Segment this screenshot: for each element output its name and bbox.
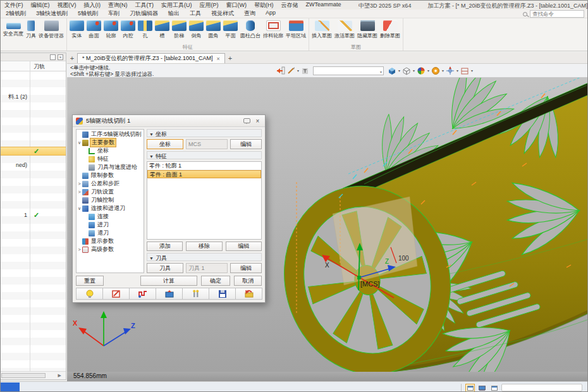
list-item-selected[interactable]: ✓ (1, 147, 66, 156)
dialog-tree-item[interactable]: > 公差和步距 (77, 180, 144, 188)
add-tab-button[interactable]: + (225, 54, 235, 63)
tree-caret-icon[interactable]: ∨ (77, 206, 82, 211)
ribbon-item[interactable]: 实体 (68, 20, 85, 40)
dialog-close-button[interactable]: × (254, 118, 262, 125)
scrollbar-thumb[interactable] (1, 373, 46, 378)
menu-item[interactable]: 帮助(H) (250, 1, 278, 9)
reset-button[interactable]: 重置 (76, 276, 104, 286)
ribbon-item[interactable]: 平坦区域 (285, 20, 307, 40)
dialog-tree-item[interactable]: 进刀 (77, 221, 144, 229)
ribbon-item[interactable]: 设备管理器 (37, 20, 65, 40)
edit-sketch-button[interactable] (102, 288, 130, 300)
document-tab-active[interactable]: * M_20iB变位机的管理程序.Z3 - [table2.1001_CAM] … (77, 53, 225, 63)
panel-toggle-button[interactable] (465, 384, 475, 392)
dialog-tree-item[interactable]: ∨ 主要参数 (77, 138, 144, 147)
dialog-tree-item[interactable]: 连接 (77, 212, 144, 221)
ribbon-item[interactable]: 隐藏草图 (356, 20, 379, 40)
coordinate-section-header[interactable]: ▼坐标 (147, 129, 262, 137)
tool-edit-button[interactable]: 编辑 (230, 263, 262, 273)
dialog-tree-item[interactable]: ∨ 连接和进退刀 (77, 204, 144, 212)
ribbon-tab[interactable]: 工具 (185, 9, 206, 18)
tree-caret-icon[interactable]: > (77, 190, 82, 194)
dialog-tree-item[interactable]: 刀轴控制 (77, 196, 144, 204)
panel-restore-icon[interactable] (50, 54, 56, 60)
solid-verify-button[interactable] (156, 288, 183, 300)
command-search-input[interactable] (530, 10, 584, 18)
tree-caret-icon[interactable]: ∨ (77, 140, 82, 145)
tree-caret-icon[interactable]: > (77, 181, 82, 186)
ribbon-item[interactable]: 圆柱凸台 (239, 20, 262, 40)
ribbon-item[interactable]: 排料轮廓 (262, 20, 285, 40)
probe-button[interactable] (182, 288, 209, 300)
ribbon-item[interactable]: 阶梯 (171, 20, 188, 40)
ribbon-tab[interactable]: 2轴铣削 (1, 9, 31, 18)
list-item[interactable]: 料.1 (2) (1, 92, 66, 101)
menu-item[interactable]: 实用工具(U) (157, 1, 196, 9)
dialog-tree-item[interactable]: 限制参数 (77, 171, 144, 180)
toolpath-button[interactable] (129, 288, 156, 300)
ribbon-tab[interactable]: 视觉样式 (206, 9, 239, 18)
new-tab-button[interactable]: + (67, 54, 77, 63)
dropdown-icon[interactable]: ▾ (427, 68, 429, 73)
menu-item[interactable]: 应用(P) (196, 1, 223, 9)
dialog-tree-item[interactable]: 退刀 (77, 229, 144, 237)
menu-item[interactable]: 插入(I) (80, 1, 105, 9)
ribbon-item[interactable]: 孔 (137, 20, 154, 40)
ribbon-tab[interactable]: 3轴快速铣削 (31, 9, 73, 18)
dialog-tree-item[interactable]: 坐标 (77, 147, 144, 155)
menu-item[interactable]: 视图(V) (54, 1, 80, 9)
ribbon-tab[interactable]: 车削 (103, 9, 125, 18)
ribbon-item[interactable]: 平面 (222, 20, 239, 40)
feature-add-button[interactable]: 添加 (147, 242, 183, 251)
menu-item[interactable]: 文件(F) (1, 1, 27, 9)
display-attr-icon[interactable] (431, 66, 440, 75)
dropdown-icon[interactable]: ▾ (471, 68, 473, 73)
dialog-tree-item[interactable]: > 刀轨设置 (77, 188, 144, 196)
dropdown-icon[interactable]: ▾ (297, 68, 299, 73)
tab-close-icon[interactable]: × (217, 56, 220, 62)
feature-section-header[interactable]: ▼特征 (147, 151, 262, 159)
menu-item[interactable]: ZWTeammate (302, 1, 345, 9)
dialog-tree-item[interactable]: 刀具与速度进给 (77, 163, 144, 171)
brush-icon[interactable] (287, 66, 295, 75)
ribbon-item[interactable]: 安全高度 (2, 20, 25, 38)
tree-caret-icon[interactable]: > (77, 247, 82, 252)
feature-list-item[interactable]: 零件 : 轮廓 1 (147, 162, 261, 170)
ribbon-item[interactable]: 内腔 (119, 20, 137, 40)
ribbon-item[interactable]: 轮廓 (102, 20, 119, 40)
shaded-view-icon[interactable] (388, 66, 396, 75)
dialog-tree-item[interactable]: 特征 (77, 155, 144, 163)
status-field[interactable] (501, 384, 582, 391)
feature-edit-button[interactable]: 编辑 (226, 242, 262, 251)
panel-close-icon[interactable]: × (58, 54, 63, 60)
dropdown-icon[interactable]: ▾ (442, 68, 444, 73)
dialog-tree-item[interactable]: 显示参数 (77, 237, 144, 245)
text-style-icon[interactable] (301, 66, 309, 75)
dropdown-icon[interactable]: ▾ (456, 68, 458, 73)
ribbon-item[interactable]: 删除草图 (379, 20, 401, 40)
ribbon-tab[interactable]: App (260, 9, 281, 18)
view-combobox[interactable]: ▾ (313, 66, 384, 75)
window-toggle-button[interactable] (489, 384, 499, 392)
list-item[interactable]: ned) (1, 161, 66, 170)
coordinate-edit-button[interactable]: 编辑 (230, 139, 262, 149)
ribbon-item[interactable]: 曲面 (85, 20, 102, 40)
monitor-toggle-button[interactable] (477, 384, 487, 392)
ribbon-item[interactable]: 倒角 (188, 20, 205, 40)
ribbon-item[interactable]: 槽 (154, 20, 171, 40)
ribbon-item[interactable]: 刀具 (25, 20, 37, 40)
orient-view-icon[interactable] (446, 66, 455, 75)
dialog-tree-item[interactable]: > 高级参数 (77, 245, 144, 254)
save-button[interactable] (209, 288, 236, 300)
menu-item[interactable]: 窗口(W) (223, 1, 251, 9)
dropdown-icon[interactable]: ▾ (413, 68, 415, 73)
tool-value-field[interactable]: 刀具 1 (186, 263, 228, 273)
render-mode-icon[interactable] (417, 66, 426, 75)
menu-item[interactable]: 编辑(E) (27, 1, 54, 9)
tool-button[interactable]: 刀具 (147, 263, 183, 273)
horizontal-scrollbar[interactable]: ▶ (1, 371, 66, 379)
comment-icon[interactable] (243, 118, 250, 123)
menu-item[interactable]: 查询(N) (104, 1, 132, 9)
section-view-icon[interactable] (460, 66, 469, 75)
ribbon-tab[interactable]: 输出 (163, 9, 185, 18)
